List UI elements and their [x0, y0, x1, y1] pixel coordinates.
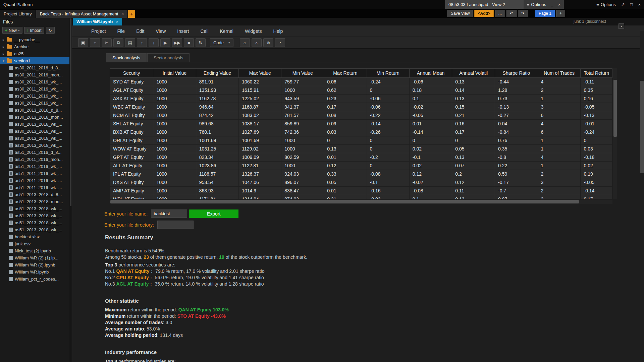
tree-folder-as25[interactable]: ▸as25	[0, 50, 72, 57]
tree-file-as51-2011-2016-wk[interactable]: as51_2011_2016_wk_...	[0, 177, 72, 184]
tree-file-as30-2011-2016-wk[interactable]: as30_2011_2016_wk_...	[0, 93, 72, 100]
tree-file-as51-2011-2016-wk[interactable]: as51_2011_2016_wk_...	[0, 163, 72, 170]
tree-file-as51-2013-2018-d-8[interactable]: as51_2013_2018_d_8...	[0, 191, 72, 198]
tree-file-as51-2011-2016-wk[interactable]: as51_2011_2016_wk_...	[0, 170, 72, 177]
scroll-up-button[interactable]: ▴	[619, 23, 624, 29]
table-row-amp-at-equity[interactable]: AMP AT Equity1000863.931014.9838.470.01-…	[110, 187, 612, 195]
save-view-button[interactable]: Save View	[447, 10, 473, 17]
close-pager-button[interactable]: ×	[252, 38, 262, 47]
menu-kernel[interactable]: Kernel	[214, 28, 239, 34]
import-button[interactable]: ↑ Import	[24, 27, 44, 34]
more-options-button[interactable]: ...	[495, 10, 505, 17]
table-row-asx-at-equity[interactable]: ASX AT Equity10001162.781225.02943.590.2…	[110, 95, 612, 103]
tree-file-as51-2013-2018-wk[interactable]: as51_2013_2018_wk_...	[0, 219, 72, 226]
global-options-button[interactable]: ≡ Options	[596, 2, 615, 7]
column-header-ending-value[interactable]: Ending Value	[196, 69, 239, 78]
tab-sector-analysis[interactable]: Sector analysis	[147, 53, 190, 62]
table-row-ori-at-equity[interactable]: ORI AT Equity10001001.691001.69100000000…	[110, 136, 612, 145]
tree-file-as30-2013-2018-wk[interactable]: as30_2013_2018_wk_...	[0, 142, 72, 149]
table-row-gpt-at-equity[interactable]: GPT AT Equity1000823.341009.09802.590.01…	[110, 153, 612, 162]
project-tab-back-tests-infinitas-asset-management[interactable]: Back Tests - Infinitas Asset Management×	[36, 10, 127, 18]
undo-button[interactable]: ↶	[506, 10, 517, 17]
tree-file-as30-2011-2016-mon[interactable]: as30_2011_2016_mon...	[0, 71, 72, 78]
add-cell-button[interactable]: +	[90, 38, 100, 47]
tree-file-as51-2011-2016-mon[interactable]: as51_2011_2016_mon...	[0, 156, 72, 163]
tree-file-as51-2013-2018-wk[interactable]: as51_2013_2018_wk_...	[0, 226, 72, 233]
tree-file-as51-2011-2016-wk[interactable]: as51_2011_2016_wk_...	[0, 184, 72, 191]
tree-file-as51-2013-2018-wk[interactable]: as51_2013_2018_wk_...	[0, 212, 72, 219]
paste-cell-button[interactable]: ▤	[125, 38, 135, 47]
cut-cell-button[interactable]: ✂	[102, 38, 112, 47]
column-header-annual-mean[interactable]: Annual Mean	[409, 69, 452, 78]
menu-file[interactable]: File	[112, 28, 131, 34]
table-horizontal-scrollbar-thumb[interactable]	[110, 200, 579, 203]
table-row-wbc-at-equity[interactable]: WBC AT Equity1000946.641168.87941.370.17…	[110, 103, 612, 111]
expand-icon[interactable]: ↗	[621, 2, 625, 7]
tree-file-backtest-xlsx[interactable]: backtest.xlsx	[0, 233, 72, 240]
command-palette-button[interactable]: ⌂	[240, 38, 250, 47]
add-page-button[interactable]: +	[556, 10, 565, 17]
tree-file-william-pct-r-codes[interactable]: William_pct_r_codes...	[0, 276, 72, 283]
tree-file-as30-2011-2016-wk[interactable]: as30_2011_2016_wk_...	[0, 78, 72, 85]
column-header-sharpe-ratio[interactable]: Sharpe Ratio	[495, 69, 538, 78]
tree-folder-archive[interactable]: ▸Archive	[0, 43, 72, 50]
history-button[interactable]: ◔	[275, 38, 285, 47]
table-vertical-scrollbar-thumb[interactable]	[613, 80, 617, 137]
close-button[interactable]: ×	[558, 2, 560, 7]
launchpad-options-button[interactable]: ≡ Options	[527, 2, 546, 7]
table-horizontal-scrollbar[interactable]	[110, 200, 612, 204]
menu-project[interactable]: Project	[86, 28, 112, 34]
column-header-initial-value[interactable]: Initial Value	[153, 69, 196, 78]
interrupt-button[interactable]: ⊗	[263, 38, 273, 47]
run-cell-button[interactable]: ▶	[160, 38, 170, 47]
column-header-annual-volatil[interactable]: Annual Volatil	[452, 69, 495, 78]
tree-file-as30-2013-2018-mon[interactable]: as30_2013_2018_mon...	[0, 114, 72, 121]
tree-file-as30-2011-2016-d-8[interactable]: as30_2011_2016_d_8...	[0, 64, 72, 71]
tree-folder-section1[interactable]: ▾section1	[0, 57, 72, 64]
column-header-min-value[interactable]: Min Value	[281, 69, 324, 78]
move-cell-down-button[interactable]: ↓	[149, 38, 159, 47]
tree-file-junk-csv[interactable]: junk.csv	[0, 240, 72, 247]
notebook-tab[interactable]: William %R.ipynb ×	[73, 18, 122, 25]
menu-insert[interactable]: Insert	[171, 28, 195, 34]
table-row-bxb-at-equity[interactable]: BXB AT Equity1000760.11027.69742.360.03-…	[110, 128, 612, 136]
tree-file-as30-2013-2018-wk[interactable]: as30_2013_2018_wk_...	[0, 121, 72, 128]
page-tab[interactable]: Page 1	[535, 10, 555, 17]
new-project-tab-button[interactable]: +	[128, 10, 135, 18]
table-row-ncm-at-equity[interactable]: NCM AT Equity1000874.421083.02781.570.08…	[110, 111, 612, 120]
column-header-num-of-trades[interactable]: Num of Trades	[538, 69, 581, 78]
close-icon[interactable]: ×	[121, 11, 124, 16]
cell-type-select[interactable]: Code ▾	[210, 38, 233, 47]
window-vertical-scrollbar-thumb[interactable]	[640, 81, 644, 173]
move-cell-up-button[interactable]: ↑	[137, 38, 147, 47]
minimize-button[interactable]: _	[551, 2, 553, 7]
file-directory-input[interactable]	[157, 221, 194, 229]
refresh-button[interactable]: ↻	[46, 27, 55, 34]
sidebar-scrollbar[interactable]	[69, 18, 72, 362]
table-row-wow-at-equity[interactable]: WOW AT Equity10001031.251129.0210000.130…	[110, 145, 612, 153]
export-button[interactable]: Export	[189, 209, 238, 218]
table-vertical-scrollbar[interactable]	[613, 68, 617, 199]
tree-file-as30-2011-2016-wk[interactable]: as30_2011_2016_wk_...	[0, 100, 72, 107]
tree-file-as51-2013-2018-wk[interactable]: as51_2013_2018_wk_...	[0, 205, 72, 212]
column-header-security[interactable]: Security	[110, 69, 153, 78]
tree-file-nick-test-2-ipynb[interactable]: Nick_test (2).ipynb	[0, 247, 72, 254]
menu-cell[interactable]: Cell	[195, 28, 214, 34]
tree-file-as51-2013-2018-mon[interactable]: as51_2013_2018_mon...	[0, 198, 72, 205]
tree-folder-pycache[interactable]: ▸__pycache__	[0, 36, 72, 43]
tree-file-as30-2011-2016-wk[interactable]: as30_2011_2016_wk_...	[0, 85, 72, 93]
menu-edit[interactable]: Edit	[130, 28, 150, 34]
file-name-input[interactable]	[151, 209, 187, 218]
add-dropdown[interactable]: <Add>	[474, 10, 493, 17]
new-file-button[interactable]: + New ▾	[2, 27, 22, 34]
tree-file-william-r-ipynb[interactable]: William %R.ipynb	[0, 268, 72, 276]
table-row-all-at-equity[interactable]: ALL AT Equity10001023.861122.8110000.120…	[110, 162, 612, 170]
column-header-total-return[interactable]: Total Return	[581, 69, 612, 78]
menu-help[interactable]: Help	[268, 28, 289, 34]
menu-widgets[interactable]: Widgets	[239, 28, 268, 34]
tree-file-as30-2013-2018-d-8[interactable]: as30_2013_2018_d_8...	[0, 107, 72, 114]
table-row-ipl-at-equity[interactable]: IPL AT Equity10001186.571326.37924.030.3…	[110, 170, 612, 178]
redo-button[interactable]: ↷	[518, 10, 528, 17]
tree-file-as51-2011-2016-d-8[interactable]: as51_2011_2016_d_8...	[0, 149, 72, 156]
tree-file-william-r-2-ipynb[interactable]: William %R (2).ipynb	[0, 261, 72, 268]
